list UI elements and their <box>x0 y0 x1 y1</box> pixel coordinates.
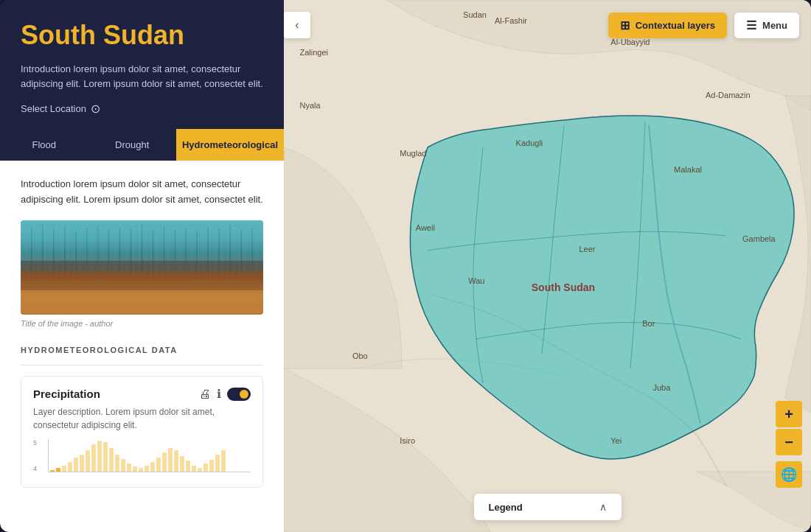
label-south-sudan: South Sudan <box>532 281 595 293</box>
chart-bar-0 <box>50 470 55 472</box>
label-malakal: Malakal <box>674 165 702 174</box>
zoom-in-button[interactable]: + <box>776 401 802 427</box>
chart-bar-20 <box>168 448 173 472</box>
image-caption: Title of the image - author <box>21 319 263 328</box>
data-card-precipitation: Precipitation 🖨 ℹ Layer description. Lor… <box>21 376 263 488</box>
chart-bar-9 <box>103 442 108 472</box>
contextual-layers-label: Contextual layers <box>636 20 715 31</box>
map-legend[interactable]: Legend ∧ <box>474 494 622 520</box>
select-location-btn[interactable]: Select Location ⊙ <box>21 102 263 116</box>
menu-button[interactable]: ☰ Menu <box>734 13 799 38</box>
label-nyala: Nyala <box>299 101 320 110</box>
chart-bar-10 <box>109 448 114 472</box>
chart-bar-24 <box>192 466 196 472</box>
content-area: Introduction lorem ipsum dolor sit amet,… <box>0 161 284 532</box>
label-yei: Yei <box>610 436 622 445</box>
chart-bar-19 <box>162 452 167 472</box>
content-image <box>21 220 263 315</box>
chart-bar-18 <box>156 458 161 472</box>
chart-bar-13 <box>127 463 131 472</box>
label-obo: Obo <box>352 351 368 360</box>
tab-drought[interactable]: Drought <box>88 129 175 161</box>
top-nav-right: ⊞ Contextual layers ☰ Menu <box>608 13 799 38</box>
section-label: HYDROMETEOROLOGICAL DATA <box>21 343 263 354</box>
contextual-layers-button[interactable]: ⊞ Contextual layers <box>608 13 727 38</box>
chart-bar-23 <box>186 461 190 472</box>
legend-chevron-icon: ∧ <box>599 501 607 513</box>
chart-bar-14 <box>133 466 137 472</box>
back-button[interactable]: ‹ <box>284 12 310 38</box>
location-icon: ⊙ <box>91 102 100 116</box>
intro-text: Introduction lorem ipsum dolor sit amet,… <box>21 62 263 91</box>
mini-chart: 5 4 <box>33 439 251 480</box>
hamburger-icon: ☰ <box>746 18 756 32</box>
chart-bar-26 <box>203 463 208 472</box>
label-juba: Juba <box>653 383 671 392</box>
chart-bar-1 <box>56 468 60 472</box>
chart-bar-22 <box>180 456 184 472</box>
info-icon[interactable]: ℹ <box>217 387 221 401</box>
tab-flood[interactable]: Flood <box>0 129 88 161</box>
chart-bar-2 <box>62 466 66 472</box>
chart-bar-11 <box>115 455 119 472</box>
label-kadugli: Kadugli <box>516 139 543 147</box>
chart-bar-8 <box>97 441 102 472</box>
chart-bar-4 <box>74 458 78 472</box>
label-bor: Bor <box>642 319 655 328</box>
chart-bar-25 <box>198 468 202 472</box>
label-aweil: Aweil <box>416 223 435 232</box>
zoom-out-button[interactable]: − <box>776 429 802 455</box>
label-gambela: Gambela <box>742 234 776 243</box>
chart-bar-27 <box>209 460 214 472</box>
chart-bars <box>48 439 251 472</box>
chart-bar-5 <box>80 455 84 472</box>
map-background: Al-Fashir Al-Ubayyid Ad-Damazin Zalingei… <box>284 0 811 532</box>
map-labels-container: Al-Fashir Al-Ubayyid Ad-Damazin Zalingei… <box>284 0 811 532</box>
category-tabs: Flood Drought Hydrometeorological <box>0 129 284 161</box>
label-isiro: Isiro <box>400 436 415 445</box>
data-card-desc: Layer description. Lorem ipsum dolor sit… <box>33 405 251 432</box>
chart-bar-6 <box>86 450 90 472</box>
data-card-header: Precipitation 🖨 ℹ <box>33 387 251 401</box>
download-icon[interactable]: 🖨 <box>199 388 211 401</box>
chart-bar-15 <box>139 468 143 472</box>
select-location-label: Select Location <box>21 103 86 114</box>
globe-button[interactable]: 🌐 <box>776 461 802 488</box>
chart-bar-3 <box>68 462 72 472</box>
map-panel: Al-Fashir Al-Ubayyid Ad-Damazin Zalingei… <box>284 0 811 532</box>
label-zalingei: Zalingei <box>299 48 328 57</box>
chart-y-labels: 5 4 <box>33 439 37 472</box>
map-top-nav: ‹ ⊞ Contextual layers ☰ Menu <box>284 12 811 38</box>
label-ad-damazin: Ad-Damazin <box>706 91 751 99</box>
left-panel: South Sudan Introduction lorem ipsum dol… <box>0 0 284 532</box>
chart-y-label-5: 5 <box>33 439 37 447</box>
data-card-title: Precipitation <box>33 388 100 400</box>
chart-bar-17 <box>150 462 155 472</box>
chart-y-label-4: 4 <box>33 465 37 472</box>
label-wau: Wau <box>468 276 484 285</box>
legend-label: Legend <box>489 502 523 513</box>
section-divider <box>21 365 263 365</box>
label-leer: Leer <box>579 245 595 253</box>
layer-toggle[interactable] <box>227 388 251 401</box>
chart-bar-7 <box>91 444 96 472</box>
chart-bar-16 <box>145 466 149 472</box>
country-title: South Sudan <box>21 21 263 50</box>
chart-bar-12 <box>121 459 125 472</box>
content-intro: Introduction lorem ipsum dolor sit amet,… <box>21 177 263 208</box>
layers-icon: ⊞ <box>620 18 630 32</box>
tab-hydro[interactable]: Hydrometeorological <box>176 129 284 161</box>
left-header: South Sudan Introduction lorem ipsum dol… <box>0 0 284 129</box>
chart-bar-28 <box>215 455 220 472</box>
chart-bar-21 <box>174 450 178 472</box>
menu-label: Menu <box>762 20 787 31</box>
svg-rect-3 <box>21 290 263 315</box>
label-muglad: Muglad <box>400 149 426 158</box>
map-controls: + − 🌐 <box>776 401 802 488</box>
chart-bar-29 <box>221 450 226 472</box>
label-al-ubayyid: Al-Ubayyid <box>610 38 650 46</box>
data-card-icons: 🖨 ℹ <box>199 387 251 401</box>
